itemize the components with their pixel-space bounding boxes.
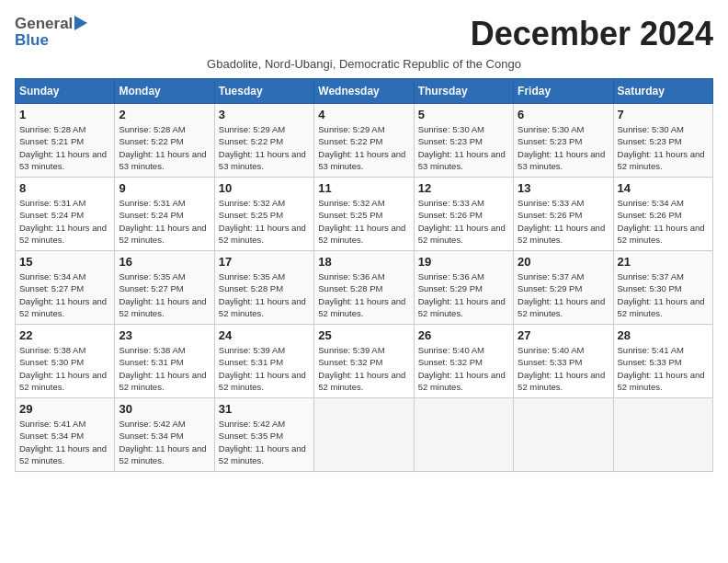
day-info: Sunrise: 5:36 AM Sunset: 5:29 PM Dayligh… [418,270,509,319]
day-info: Sunrise: 5:31 AM Sunset: 5:24 PM Dayligh… [19,197,110,246]
day-number: 13 [518,181,609,195]
day-info: Sunrise: 5:40 AM Sunset: 5:33 PM Dayligh… [518,344,609,393]
day-number: 11 [318,181,409,195]
day-info: Sunrise: 5:32 AM Sunset: 5:25 PM Dayligh… [219,197,310,246]
day-number: 15 [19,255,110,269]
day-info: Sunrise: 5:28 AM Sunset: 5:22 PM Dayligh… [119,123,210,172]
day-info: Sunrise: 5:30 AM Sunset: 5:23 PM Dayligh… [418,123,509,172]
day-info: Sunrise: 5:31 AM Sunset: 5:24 PM Dayligh… [119,197,210,246]
day-info: Sunrise: 5:39 AM Sunset: 5:32 PM Dayligh… [318,344,409,393]
calendar-cell: 25 Sunrise: 5:39 AM Sunset: 5:32 PM Dayl… [314,325,414,398]
day-number: 8 [19,181,110,195]
day-number: 1 [19,108,110,121]
day-info: Sunrise: 5:30 AM Sunset: 5:23 PM Dayligh… [618,123,709,172]
calendar-cell: 30 Sunrise: 5:42 AM Sunset: 5:34 PM Dayl… [115,398,214,472]
weekday-header: Friday [514,79,613,104]
day-number: 24 [219,328,310,342]
day-number: 16 [119,255,210,269]
day-number: 3 [219,108,310,121]
day-info: Sunrise: 5:34 AM Sunset: 5:26 PM Dayligh… [618,197,709,246]
calendar-cell: 20 Sunrise: 5:37 AM Sunset: 5:29 PM Dayl… [514,251,613,325]
calendar-cell: 11 Sunrise: 5:32 AM Sunset: 5:25 PM Dayl… [314,178,414,251]
calendar-cell: 1 Sunrise: 5:28 AM Sunset: 5:21 PM Dayli… [16,104,115,178]
weekday-header: Monday [115,79,214,104]
day-number: 30 [119,402,210,416]
calendar-week-row: 15 Sunrise: 5:34 AM Sunset: 5:27 PM Dayl… [16,251,713,325]
day-info: Sunrise: 5:35 AM Sunset: 5:28 PM Dayligh… [219,270,310,319]
day-info: Sunrise: 5:28 AM Sunset: 5:21 PM Dayligh… [19,123,110,172]
day-info: Sunrise: 5:34 AM Sunset: 5:27 PM Dayligh… [19,270,110,319]
day-number: 26 [418,328,509,342]
weekday-header: Wednesday [314,79,414,104]
weekday-header: Saturday [613,79,712,104]
day-info: Sunrise: 5:35 AM Sunset: 5:27 PM Dayligh… [119,270,210,319]
day-info: Sunrise: 5:38 AM Sunset: 5:30 PM Dayligh… [19,344,110,393]
day-info: Sunrise: 5:30 AM Sunset: 5:23 PM Dayligh… [518,123,609,172]
day-number: 25 [318,328,409,342]
calendar-cell: 21 Sunrise: 5:37 AM Sunset: 5:30 PM Dayl… [613,251,712,325]
day-number: 9 [119,181,210,195]
weekday-header: Tuesday [214,79,313,104]
day-number: 21 [618,255,709,269]
calendar-cell: 27 Sunrise: 5:40 AM Sunset: 5:33 PM Dayl… [514,325,613,398]
day-number: 22 [19,328,110,342]
calendar-cell: 7 Sunrise: 5:30 AM Sunset: 5:23 PM Dayli… [613,104,712,178]
calendar-cell: 19 Sunrise: 5:36 AM Sunset: 5:29 PM Dayl… [414,251,513,325]
calendar-cell: 3 Sunrise: 5:29 AM Sunset: 5:22 PM Dayli… [214,104,313,178]
day-info: Sunrise: 5:36 AM Sunset: 5:28 PM Dayligh… [318,270,409,319]
calendar-cell [414,398,513,472]
logo-icon [74,16,87,30]
day-info: Sunrise: 5:33 AM Sunset: 5:26 PM Dayligh… [518,197,609,246]
calendar-cell: 31 Sunrise: 5:42 AM Sunset: 5:35 PM Dayl… [214,398,313,472]
calendar-week-row: 8 Sunrise: 5:31 AM Sunset: 5:24 PM Dayli… [16,178,713,251]
day-number: 19 [418,255,509,269]
page-header: General Blue December 2024 [15,15,713,53]
calendar-week-row: 29 Sunrise: 5:41 AM Sunset: 5:34 PM Dayl… [16,398,713,472]
calendar-cell [514,398,613,472]
day-info: Sunrise: 5:32 AM Sunset: 5:25 PM Dayligh… [318,197,409,246]
calendar-cell: 8 Sunrise: 5:31 AM Sunset: 5:24 PM Dayli… [16,178,115,251]
calendar-cell: 2 Sunrise: 5:28 AM Sunset: 5:22 PM Dayli… [115,104,214,178]
calendar-cell: 24 Sunrise: 5:39 AM Sunset: 5:31 PM Dayl… [214,325,313,398]
logo: General Blue [15,15,87,50]
day-number: 14 [618,181,709,195]
day-number: 5 [418,108,509,121]
day-number: 2 [119,108,210,121]
day-number: 4 [318,108,409,121]
calendar-cell: 13 Sunrise: 5:33 AM Sunset: 5:26 PM Dayl… [514,178,613,251]
calendar-week-row: 1 Sunrise: 5:28 AM Sunset: 5:21 PM Dayli… [16,104,713,178]
day-number: 31 [219,402,310,416]
day-number: 17 [219,255,310,269]
calendar-cell: 22 Sunrise: 5:38 AM Sunset: 5:30 PM Dayl… [16,325,115,398]
day-number: 29 [19,402,110,416]
calendar-body: 1 Sunrise: 5:28 AM Sunset: 5:21 PM Dayli… [16,104,713,472]
calendar-cell: 12 Sunrise: 5:33 AM Sunset: 5:26 PM Dayl… [414,178,513,251]
calendar-cell [314,398,414,472]
day-number: 7 [618,108,709,121]
calendar-cell: 29 Sunrise: 5:41 AM Sunset: 5:34 PM Dayl… [16,398,115,472]
logo-general: General [15,15,73,33]
day-info: Sunrise: 5:37 AM Sunset: 5:29 PM Dayligh… [518,270,609,319]
page-subtitle: Gbadolite, Nord-Ubangi, Democratic Repub… [15,57,713,71]
calendar-cell: 17 Sunrise: 5:35 AM Sunset: 5:28 PM Dayl… [214,251,313,325]
calendar-cell: 15 Sunrise: 5:34 AM Sunset: 5:27 PM Dayl… [16,251,115,325]
day-number: 28 [618,328,709,342]
day-info: Sunrise: 5:29 AM Sunset: 5:22 PM Dayligh… [219,123,310,172]
day-number: 20 [518,255,609,269]
day-number: 12 [418,181,509,195]
day-number: 18 [318,255,409,269]
calendar-cell: 16 Sunrise: 5:35 AM Sunset: 5:27 PM Dayl… [115,251,214,325]
day-info: Sunrise: 5:42 AM Sunset: 5:34 PM Dayligh… [119,418,210,466]
calendar-cell: 6 Sunrise: 5:30 AM Sunset: 5:23 PM Dayli… [514,104,613,178]
day-number: 23 [119,328,210,342]
day-info: Sunrise: 5:29 AM Sunset: 5:22 PM Dayligh… [318,123,409,172]
day-info: Sunrise: 5:42 AM Sunset: 5:35 PM Dayligh… [219,418,310,466]
calendar-cell [613,398,712,472]
calendar-cell: 9 Sunrise: 5:31 AM Sunset: 5:24 PM Dayli… [115,178,214,251]
calendar-cell: 28 Sunrise: 5:41 AM Sunset: 5:33 PM Dayl… [613,325,712,398]
day-info: Sunrise: 5:33 AM Sunset: 5:26 PM Dayligh… [418,197,509,246]
day-info: Sunrise: 5:38 AM Sunset: 5:31 PM Dayligh… [119,344,210,393]
day-info: Sunrise: 5:41 AM Sunset: 5:34 PM Dayligh… [19,418,110,466]
svg-marker-0 [74,16,87,30]
logo-blue: Blue [15,31,49,50]
